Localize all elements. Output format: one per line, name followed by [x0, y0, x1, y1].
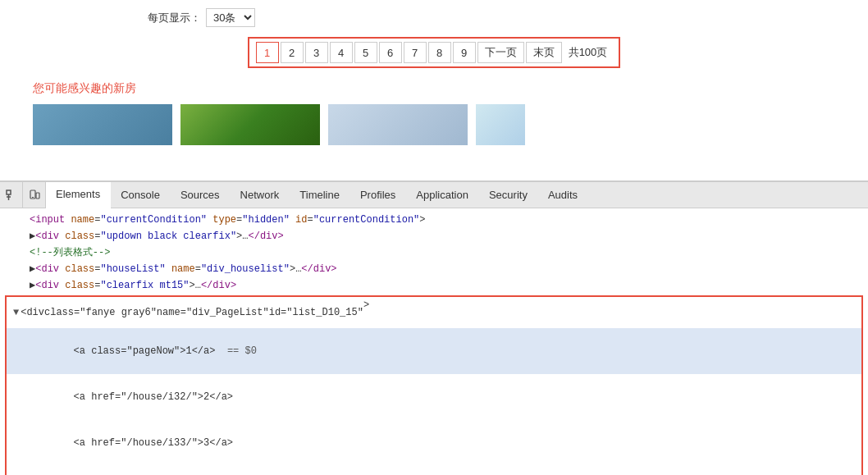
code-line: <!--列表格式-->	[0, 244, 868, 261]
tab-security[interactable]: Security	[479, 182, 538, 208]
inner-line-1[interactable]: <a class="pageNow">1</a> == $0	[7, 328, 861, 374]
devtools-toolbar: Elements Console Sources Network Timelin…	[0, 182, 868, 208]
thumbnail-2	[180, 104, 320, 145]
page-btn-5[interactable]: 5	[354, 42, 377, 63]
code-line: <input name="currentCondition" type="hid…	[0, 212, 868, 228]
page-btn-4[interactable]: 4	[330, 42, 353, 63]
device-icon[interactable]	[23, 182, 46, 208]
code-line: ▶<div class="houseList" name="div_housel…	[0, 261, 868, 277]
page-total: 共100页	[564, 45, 613, 60]
tab-sources[interactable]: Sources	[171, 182, 231, 208]
red-box-section: ▼<div class="fanye gray6" name="div_Page…	[5, 295, 863, 475]
last-page-btn[interactable]: 末页	[526, 42, 562, 63]
per-page-select[interactable]: 30条 50条 100条	[206, 8, 255, 27]
inner-line-4: <a href="/house/i34/">4</a>	[7, 466, 861, 475]
page-btn-3[interactable]: 3	[305, 42, 328, 63]
thumbnails-row	[16, 104, 852, 145]
tab-audits[interactable]: Audits	[538, 182, 588, 208]
inner-line-2: <a href="/house/i32/">2</a>	[7, 374, 861, 420]
page-btn-1[interactable]: 1	[256, 42, 279, 63]
svg-rect-4	[36, 193, 39, 199]
thumbnail-1	[33, 104, 172, 145]
tab-timeline[interactable]: Timeline	[290, 182, 350, 208]
page-btn-9[interactable]: 9	[453, 42, 476, 63]
tab-network[interactable]: Network	[231, 182, 290, 208]
svg-rect-0	[7, 190, 11, 194]
tab-profiles[interactable]: Profiles	[350, 182, 406, 208]
page-btn-6[interactable]: 6	[379, 42, 402, 63]
per-page-label: 每页显示：	[148, 11, 201, 25]
page-content: 每页显示： 30条 50条 100条 1 2 3 4 5 6 7 8 9 下一页…	[0, 0, 868, 180]
pagination-box: 1 2 3 4 5 6 7 8 9 下一页 末页 共100页	[248, 37, 621, 68]
thumbnail-3	[328, 104, 468, 145]
page-btn-2[interactable]: 2	[281, 42, 304, 63]
devtools-panel: Elements Console Sources Network Timelin…	[0, 180, 868, 475]
tab-elements[interactable]: Elements	[46, 182, 111, 208]
devtools-content[interactable]: <input name="currentCondition" type="hid…	[0, 208, 868, 475]
per-page-row: 每页显示： 30条 50条 100条	[16, 8, 852, 27]
inspect-icon[interactable]	[0, 182, 23, 208]
tab-application[interactable]: Application	[406, 182, 479, 208]
inner-line-3: <a href="/house/i33/">3</a>	[7, 420, 861, 466]
page-btn-8[interactable]: 8	[428, 42, 451, 63]
next-page-btn[interactable]: 下一页	[477, 42, 524, 63]
code-line: ▶<div class="updown black clearfix">…</d…	[0, 228, 868, 244]
page-btn-7[interactable]: 7	[404, 42, 427, 63]
thumbnail-4	[476, 104, 525, 145]
pagination-wrapper: 1 2 3 4 5 6 7 8 9 下一页 末页 共100页	[16, 37, 852, 68]
code-line: ▶<div class="clearfix mt15">…</div>	[0, 277, 868, 294]
section-title: 您可能感兴趣的新房	[16, 81, 852, 96]
selected-div-line[interactable]: ▼<div class="fanye gray6" name="div_Page…	[7, 297, 861, 328]
tab-console[interactable]: Console	[111, 182, 171, 208]
